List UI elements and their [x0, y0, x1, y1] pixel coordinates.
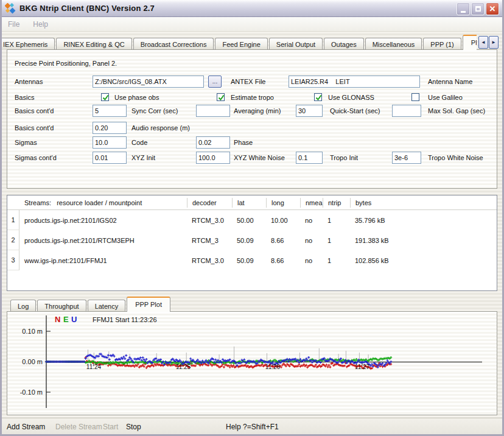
menu-file[interactable]: File: [8, 20, 19, 29]
cell-mountpoint[interactable]: www.igs-ip.net:2101/FFMJ1: [19, 257, 187, 264]
legend-u: U: [71, 315, 77, 324]
browse-button[interactable]: ...: [208, 76, 222, 88]
tab-throughput[interactable]: Throughput: [37, 300, 86, 312]
stop-button[interactable]: Stop: [126, 423, 141, 431]
maximize-button[interactable]: [471, 2, 485, 15]
use-phase-obs-label: Use phase obs: [114, 94, 159, 101]
use-glonass-checkbox[interactable]: [314, 93, 322, 101]
ppp-plot-panel: N E U FFMJ1 Start 11:23:26 0.10 m 0.00 m…: [7, 311, 497, 415]
minimize-icon: [461, 11, 466, 13]
basics2-label: Basics cont'd: [15, 107, 54, 114]
sigma-code-input[interactable]: [93, 136, 127, 149]
cell-nmea[interactable]: no: [300, 237, 323, 244]
tab-miscellaneous[interactable]: Miscellaneous: [365, 38, 422, 50]
tab-ppp-plot[interactable]: PPP Plot: [127, 297, 170, 312]
streams-table-header: Streams: resource loader / mountpoint de…: [7, 195, 497, 210]
header-nmea: nmea: [300, 198, 323, 208]
table-row[interactable]: 3 www.igs-ip.net:2101/FFMJ1 RTCM_3.0 50.…: [7, 250, 497, 270]
tab-scroll-buttons: ◄ ►: [478, 36, 499, 49]
xyz-init-input[interactable]: [93, 152, 127, 164]
use-galileo-label: Use Galileo: [428, 94, 463, 101]
basics-label: Basics: [15, 94, 34, 101]
audio-response-label: Audio response (m): [131, 124, 190, 132]
tab-scroll-left-icon[interactable]: ◄: [478, 36, 488, 49]
sync-corr-input[interactable]: [93, 105, 127, 117]
cell-long[interactable]: 8.66: [266, 257, 300, 264]
header-bytes: bytes: [350, 198, 497, 208]
table-row[interactable]: 2 products.igs-ip.net:2101/RTCM3EPH RTCM…: [7, 230, 497, 250]
antenna-name-label: Antenna Name: [428, 78, 472, 85]
xtick-1126: 11:26: [262, 364, 284, 370]
xyz-white-noise-label: XYZ White Noise: [234, 154, 285, 161]
cell-mountpoint[interactable]: products.igs-ip.net:2101/IGS02: [19, 217, 187, 224]
sync-corr-label: Sync Corr (sec): [131, 107, 178, 114]
use-glonass-label: Use GLONASS: [328, 94, 374, 101]
tab-broadcast-corrections[interactable]: Broadcast Corrections: [133, 38, 214, 50]
audio-response-input[interactable]: [93, 122, 127, 134]
minimize-button[interactable]: [457, 2, 470, 15]
tropo-white-noise-input[interactable]: [392, 152, 421, 164]
tab-feed-engine[interactable]: Feed Engine: [215, 38, 267, 50]
sigma-phase-input[interactable]: [196, 136, 230, 149]
estimate-tropo-label: Estimate tropo: [231, 94, 274, 101]
legend-n: N: [55, 315, 60, 324]
cell-ntrip[interactable]: 1: [323, 237, 350, 244]
tab-rinex-ephemeris[interactable]: IEX Ephemeris: [2, 38, 55, 50]
tab-ppp-2[interactable]: PPP (2): [463, 35, 477, 50]
tab-rinex-editing-qc[interactable]: RINEX Editing & QC: [56, 38, 131, 50]
cell-decoder[interactable]: RTCM_3.0: [187, 217, 232, 224]
ppp-plot-canvas: [7, 312, 497, 415]
ppp2-panel: Precise Point Positioning, Panel 2. Ante…: [7, 49, 497, 189]
cell-ntrip[interactable]: 1: [323, 217, 350, 224]
app-window: BKG Ntrip Client (BNC) Version 2.7 ✕ Fil…: [0, 0, 504, 436]
menu-help[interactable]: Help: [33, 20, 48, 29]
antex-path-input[interactable]: [93, 76, 204, 88]
header-num: [7, 198, 19, 208]
antex-file-label: ANTEX File: [231, 78, 265, 85]
delete-stream-button[interactable]: Delete Stream: [55, 423, 102, 431]
tab-scroll-right-icon[interactable]: ►: [489, 36, 499, 49]
estimate-tropo-checkbox[interactable]: [217, 93, 225, 101]
tab-serial-output[interactable]: Serial Output: [269, 38, 323, 50]
xyz-init-label: XYZ Init: [131, 154, 155, 161]
cell-lat[interactable]: 50.09: [232, 237, 266, 244]
start-button[interactable]: Start: [103, 423, 118, 431]
tab-latency[interactable]: Latency: [88, 300, 126, 312]
xtick-1124: 11:24: [83, 364, 105, 370]
title-bar[interactable]: BKG Ntrip Client (BNC) Version 2.7 ✕: [0, 0, 504, 17]
ytick-000: 0.00 m: [16, 358, 43, 365]
cell-lat[interactable]: 50.00: [232, 217, 266, 224]
cell-mountpoint[interactable]: products.igs-ip.net:2101/RTCM3EPH: [19, 237, 187, 244]
streams-table: Streams: resource loader / mountpoint de…: [7, 195, 497, 291]
xyz-white-noise-input[interactable]: [196, 152, 230, 164]
tropo-init-input[interactable]: [296, 152, 323, 164]
menu-bar: File Help: [2, 17, 502, 32]
cell-decoder[interactable]: RTCM_3.0: [187, 257, 232, 264]
max-sol-gap-input[interactable]: [392, 105, 421, 117]
cell-decoder[interactable]: RTCM_3: [187, 237, 232, 244]
plot-title: FFMJ1 Start 11:23:26: [93, 316, 157, 323]
cell-bytes: 191.383 kB: [350, 237, 497, 244]
cell-nmea[interactable]: no: [300, 217, 323, 224]
header-decoder: decoder: [187, 198, 232, 208]
tab-log[interactable]: Log: [10, 300, 36, 312]
close-button[interactable]: ✕: [486, 2, 499, 15]
averaging-label: Averaging (min): [234, 107, 281, 114]
cell-nmea[interactable]: no: [300, 257, 323, 264]
averaging-input[interactable]: [196, 105, 230, 117]
app-icon: [5, 3, 16, 14]
use-phase-obs-checkbox[interactable]: [101, 93, 109, 101]
use-galileo-checkbox[interactable]: [411, 93, 419, 101]
tab-outages[interactable]: Outages: [324, 38, 364, 50]
header-mountpoint: Streams: resource loader / mountpoint: [19, 198, 187, 208]
antenna-name-input[interactable]: [289, 76, 420, 88]
header-long: long: [266, 198, 300, 208]
quick-start-input[interactable]: [296, 105, 323, 117]
table-row[interactable]: 1 products.igs-ip.net:2101/IGS02 RTCM_3.…: [7, 210, 497, 230]
cell-ntrip[interactable]: 1: [323, 257, 350, 264]
cell-long[interactable]: 8.66: [266, 237, 300, 244]
cell-long[interactable]: 10.00: [266, 217, 300, 224]
tab-ppp-1[interactable]: PPP (1): [423, 38, 461, 50]
add-stream-button[interactable]: Add Stream: [7, 423, 45, 431]
cell-lat[interactable]: 50.09: [232, 257, 266, 264]
